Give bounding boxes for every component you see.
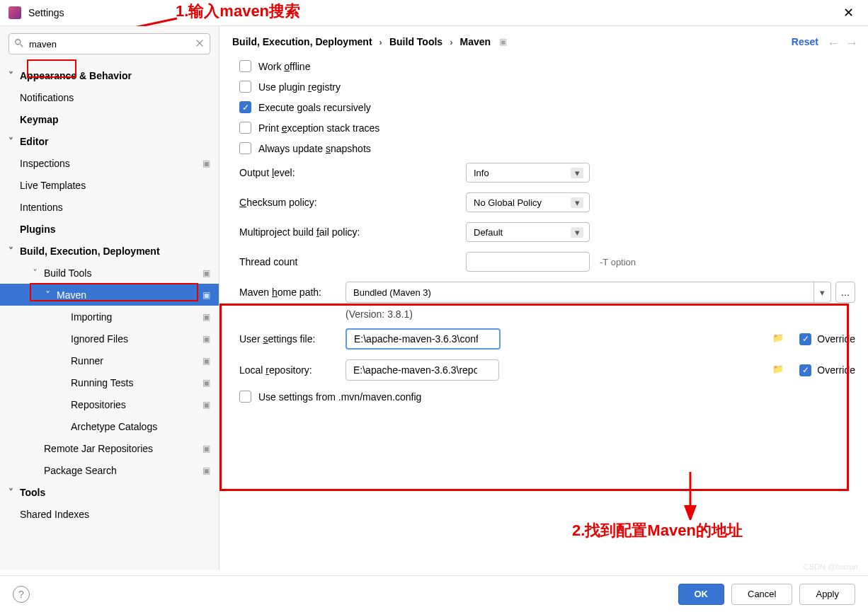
search-input[interactable] xyxy=(8,33,210,54)
sidebar-item-live-templates[interactable]: Live Templates xyxy=(0,174,219,196)
apply-button[interactable]: Apply xyxy=(799,584,855,605)
close-icon[interactable]: ✕ xyxy=(838,2,860,23)
sidebar-item-intentions[interactable]: Intentions xyxy=(0,196,219,218)
ok-button[interactable]: OK xyxy=(678,584,725,605)
forward-icon[interactable]: → xyxy=(845,36,858,51)
clear-icon[interactable] xyxy=(195,38,205,48)
sidebar-item-importing[interactable]: Importing▣ xyxy=(0,306,219,328)
sidebar-item-build-tools[interactable]: ˅Build Tools▣ xyxy=(0,262,219,284)
label-plugin-registry: Use plugin registry xyxy=(258,81,341,93)
sidebar-item-notifications[interactable]: Notifications xyxy=(0,86,219,108)
sidebar-item-inspections[interactable]: Inspections▣ xyxy=(0,152,219,174)
label-output-level: Output level: xyxy=(239,167,466,178)
checkbox-mvn-config[interactable] xyxy=(239,391,251,403)
sidebar-item-runner[interactable]: Runner▣ xyxy=(0,350,219,371)
input-user-settings[interactable] xyxy=(346,328,501,350)
sidebar-item-tools[interactable]: ˅Tools xyxy=(0,481,219,503)
select-output-level[interactable]: Info▾ xyxy=(466,163,590,183)
label-checksum: Checksum policy: xyxy=(239,197,466,208)
window-title: Settings xyxy=(28,7,64,18)
sidebar-item-remote-jar[interactable]: Remote Jar Repositories▣ xyxy=(0,437,219,459)
select-multiproject[interactable]: Default▾ xyxy=(466,222,590,242)
breadcrumb: Build, Execution, Deployment › Build Too… xyxy=(232,36,855,47)
project-icon: ▣ xyxy=(499,37,507,47)
crumb-3[interactable]: Maven xyxy=(459,36,491,47)
sidebar-item-plugins[interactable]: Plugins xyxy=(0,218,219,240)
sidebar-item-ignored-files[interactable]: Ignored Files▣ xyxy=(0,328,219,350)
crumb-2[interactable]: Build Tools xyxy=(389,36,442,47)
select-maven-home[interactable]: Bundled (Maven 3)▾ xyxy=(346,282,831,303)
checkbox-override-repo[interactable] xyxy=(799,364,811,376)
chevron-right-icon: › xyxy=(450,37,452,47)
app-icon xyxy=(8,6,21,19)
sidebar-item-keymap[interactable]: Keymap xyxy=(0,108,219,130)
checkbox-override-settings[interactable] xyxy=(799,333,811,345)
svg-point-1 xyxy=(16,40,21,45)
label-local-repo: Local repository: xyxy=(239,364,346,376)
checkbox-exec-goals[interactable] xyxy=(239,101,251,113)
crumb-1[interactable]: Build, Execution, Deployment xyxy=(232,36,372,47)
annotation-step2: 2.找到配置Maven的地址 xyxy=(572,520,743,541)
chevron-down-icon: ▾ xyxy=(571,168,583,178)
content-pane: Build, Execution, Deployment › Build Too… xyxy=(219,26,868,570)
svg-line-2 xyxy=(21,45,23,47)
back-icon[interactable]: ← xyxy=(827,36,840,51)
folder-icon[interactable]: 📁 xyxy=(772,364,784,374)
cancel-button[interactable]: Cancel xyxy=(731,584,792,605)
folder-icon[interactable]: 📁 xyxy=(772,333,784,343)
chevron-down-icon: ▾ xyxy=(571,227,583,238)
select-checksum[interactable]: No Global Policy▾ xyxy=(466,192,590,212)
label-override: Override xyxy=(817,364,855,376)
label-work-offline: Work offline xyxy=(258,61,310,72)
label-user-settings: User settings file: xyxy=(239,333,346,345)
sidebar: ˅Appearance & Behavior Notifications Key… xyxy=(0,26,219,570)
reset-link[interactable]: Reset xyxy=(792,36,818,47)
footer: ? OK Cancel Apply xyxy=(0,575,868,612)
sidebar-item-appearance[interactable]: ˅Appearance & Behavior xyxy=(0,64,219,86)
input-local-repo[interactable] xyxy=(346,359,499,381)
label-multiproject: Multiproject build fail policy: xyxy=(239,226,466,238)
label-mvn-config: Use settings from .mvn/maven.config xyxy=(258,391,421,403)
sidebar-item-running-tests[interactable]: Running Tests▣ xyxy=(0,371,219,393)
label-print-exc: Print exception stack traces xyxy=(258,122,379,134)
checkbox-print-exc[interactable] xyxy=(239,122,251,134)
sidebar-item-bed[interactable]: ˅Build, Execution, Deployment xyxy=(0,240,219,262)
search-icon xyxy=(14,38,24,48)
chevron-down-icon: ▾ xyxy=(813,282,830,302)
sidebar-item-shared-indexes[interactable]: Shared Indexes xyxy=(0,503,219,525)
arrow-2-icon xyxy=(680,470,701,520)
settings-tree: ˅Appearance & Behavior Notifications Key… xyxy=(0,62,219,528)
checkbox-plugin-registry[interactable] xyxy=(239,81,251,93)
label-thread-count: Thread count xyxy=(239,256,466,267)
hint-thread: -T option xyxy=(600,257,636,267)
chevron-right-icon: › xyxy=(379,37,382,47)
titlebar: Settings ✕ xyxy=(0,0,868,25)
sidebar-item-maven[interactable]: ˅Maven▣ xyxy=(0,284,219,306)
sidebar-item-package-search[interactable]: Package Search▣ xyxy=(0,459,219,481)
sidebar-item-archetype[interactable]: Archetype Catalogs xyxy=(0,415,219,437)
sidebar-item-editor[interactable]: ˅Editor xyxy=(0,130,219,152)
sidebar-item-repositories[interactable]: Repositories▣ xyxy=(0,393,219,415)
label-override: Override xyxy=(817,333,855,345)
label-snapshots: Always update snapshots xyxy=(258,143,371,154)
checkbox-snapshots[interactable] xyxy=(239,142,251,154)
label-maven-home: Maven home path: xyxy=(239,287,346,298)
browse-button[interactable]: … xyxy=(835,282,855,303)
checkbox-work-offline[interactable] xyxy=(239,60,251,72)
help-icon[interactable]: ? xyxy=(13,586,30,603)
label-exec-goals: Execute goals recursively xyxy=(258,102,371,113)
maven-version: (Version: 3.8.1) xyxy=(346,308,855,320)
search-box xyxy=(8,33,210,54)
chevron-down-icon: ▾ xyxy=(571,197,583,208)
input-thread-count[interactable] xyxy=(466,252,590,272)
